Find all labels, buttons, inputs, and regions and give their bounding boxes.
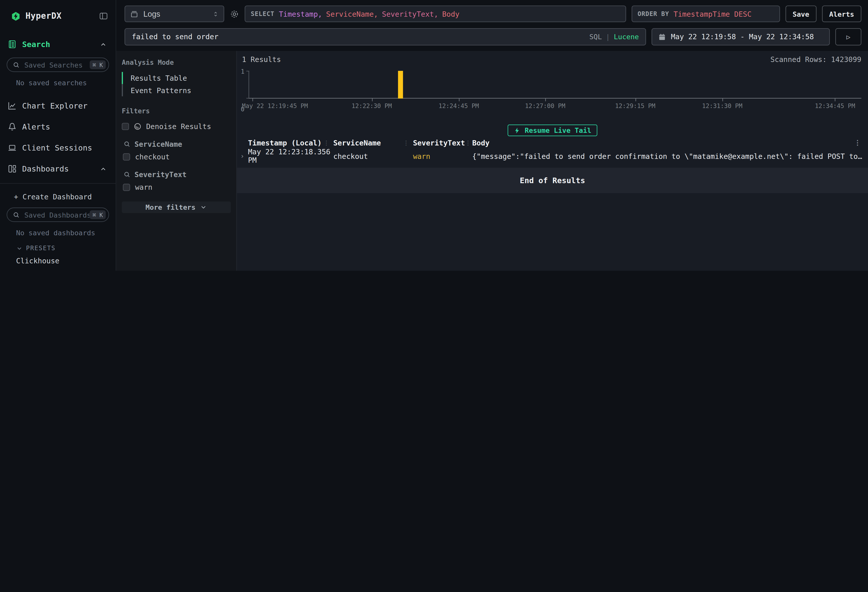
table-source-icon xyxy=(130,10,139,18)
filter-checkbox[interactable] xyxy=(123,184,130,191)
plot-area[interactable] xyxy=(248,71,861,98)
denoise-results-option[interactable]: Denoise Results xyxy=(122,122,231,131)
column-resize-handle[interactable]: ⋮ xyxy=(465,139,471,146)
sidebar-item-client-sessions[interactable]: Client Sessions xyxy=(0,141,116,155)
x-tick-label: 12:24:45 PM xyxy=(438,102,479,109)
saved-searches-field[interactable] xyxy=(24,61,90,69)
preset-services[interactable]: Services xyxy=(0,270,116,271)
saved-dashboards-field[interactable] xyxy=(24,211,90,219)
select-clause-input[interactable]: SELECT Timestamp, ServiceName, SeverityT… xyxy=(245,6,626,22)
preset-clickhouse[interactable]: Clickhouse xyxy=(0,257,116,265)
x-tick xyxy=(252,98,252,101)
filter-value-label: checkout xyxy=(135,153,170,161)
sidebar-item-label: Dashboards xyxy=(22,164,69,173)
filter-panel: Analysis Mode Results Table Event Patter… xyxy=(116,51,237,271)
filter-group-name: ServiceName xyxy=(134,140,182,148)
sidebar-item-alerts[interactable]: Alerts xyxy=(0,120,116,134)
cell-severitytext: warn xyxy=(413,152,472,160)
main-column: Logs SELECT Timestamp, ServiceName, Seve… xyxy=(116,0,868,271)
run-query-button[interactable]: ▷ xyxy=(836,28,861,46)
column-resize-handle[interactable]: ⋮ xyxy=(323,139,329,146)
select-field: Body xyxy=(442,10,459,18)
log-row[interactable]: › May 22 12:23:18.356 PM checkout warn {… xyxy=(237,148,868,158)
sql-toggle[interactable]: SQL xyxy=(589,32,602,41)
search-query-box[interactable]: SQL | Lucene xyxy=(124,28,646,46)
sidebar-item-chart-explorer[interactable]: Chart Explorer xyxy=(0,99,116,112)
x-axis xyxy=(248,98,861,98)
select-keyword: SELECT xyxy=(251,10,275,17)
source-select[interactable]: Logs xyxy=(124,6,224,22)
filter-group-servicename: ServiceName checkout xyxy=(122,140,231,161)
select-updown-icon xyxy=(212,10,219,17)
live-tail-row: Resume Live Tail xyxy=(237,124,868,136)
filter-value-checkout[interactable]: checkout xyxy=(122,153,231,161)
chevron-down-icon xyxy=(16,245,22,251)
search-icon xyxy=(13,211,20,218)
denoise-label: Denoise Results xyxy=(146,122,211,131)
denoise-checkbox[interactable] xyxy=(122,123,129,130)
sidebar-item-label: Alerts xyxy=(22,122,50,131)
source-settings-gear-icon[interactable] xyxy=(230,9,239,18)
expand-row-chevron-icon[interactable]: › xyxy=(237,152,248,160)
lucene-toggle[interactable]: Lucene xyxy=(614,32,639,41)
column-header-timestamp[interactable]: Timestamp (Local) ⋮ xyxy=(248,139,333,147)
search-query-input[interactable] xyxy=(132,32,589,41)
column-header-servicename[interactable]: ServiceName ⋮ xyxy=(333,139,413,147)
x-tick xyxy=(835,98,836,101)
sidebar-collapse-icon[interactable] xyxy=(99,12,108,21)
search-icon xyxy=(124,171,131,178)
active-indicator xyxy=(122,72,123,84)
analysis-mode-list: Results Table Event Patterns xyxy=(122,72,231,96)
saved-dashboards-input[interactable]: ⌘ K xyxy=(7,207,109,222)
results-area: 1 Results Scanned Rows: 1423099 1 0 xyxy=(237,51,868,271)
chevron-up-icon[interactable] xyxy=(100,165,107,172)
scanned-rows: Scanned Rows: 1423099 xyxy=(770,55,861,64)
histogram-bar[interactable] xyxy=(398,71,403,98)
resume-live-tail-button[interactable]: Resume Live Tail xyxy=(507,124,597,136)
alerts-button[interactable]: Alerts xyxy=(822,6,861,22)
x-tick-label: 12:27:00 PM xyxy=(525,102,565,109)
table-header-row: Timestamp (Local) ⋮ ServiceName ⋮ Severi… xyxy=(237,138,868,148)
denoise-icon xyxy=(133,122,142,131)
more-filters-button[interactable]: More filters xyxy=(122,201,231,213)
x-tick-label: 12:34:45 PM xyxy=(815,102,855,109)
search-icon xyxy=(124,141,131,148)
presets-toggle[interactable]: PRESETS xyxy=(0,245,116,252)
x-tick xyxy=(372,98,373,101)
no-saved-searches-text: No saved searches xyxy=(0,79,116,87)
time-range-picker[interactable]: May 22 12:19:58 - May 22 12:34:58 xyxy=(652,28,830,46)
filter-checkbox[interactable] xyxy=(123,153,130,160)
order-by-value: TimestampTime DESC xyxy=(674,10,751,18)
save-button[interactable]: Save xyxy=(785,6,816,22)
cell-timestamp: May 22 12:23:18.356 PM xyxy=(248,148,333,164)
mode-results-table[interactable]: Results Table xyxy=(122,72,231,84)
presets-label: PRESETS xyxy=(26,245,56,252)
no-saved-dashboards-text: No saved dashboards xyxy=(0,229,116,237)
column-header-body[interactable]: Body ⋮ xyxy=(472,139,865,147)
mode-event-patterns[interactable]: Event Patterns xyxy=(122,84,231,96)
results-summary-row: 1 Results Scanned Rows: 1423099 xyxy=(237,55,868,64)
results-table: Timestamp (Local) ⋮ ServiceName ⋮ Severi… xyxy=(237,138,868,158)
create-dashboard-button[interactable]: + Create Dashboard xyxy=(0,192,116,201)
sidebar-item-label: Search xyxy=(22,40,50,49)
order-by-input[interactable]: ORDER BY TimestampTime DESC xyxy=(631,6,780,22)
order-by-keyword: ORDER BY xyxy=(638,10,669,17)
x-tick xyxy=(545,98,546,101)
column-resize-handle[interactable]: ⋮ xyxy=(403,139,409,146)
table-options-kebab-icon[interactable]: ⋮ xyxy=(854,139,861,147)
sidebar-item-dashboards[interactable]: Dashboards xyxy=(0,162,116,176)
filter-value-warn[interactable]: warn xyxy=(122,183,231,192)
saved-searches-input[interactable]: ⌘ K xyxy=(7,58,109,72)
chevron-up-icon[interactable] xyxy=(100,41,107,48)
filter-group-header[interactable]: ServiceName xyxy=(122,140,231,148)
results-histogram[interactable]: 1 0 May 22 12:19:45 PM xyxy=(248,71,861,110)
logo-row: HyperDX xyxy=(0,0,116,21)
filter-group-header[interactable]: SeverityText xyxy=(122,171,231,179)
sidebar-item-search[interactable]: Search xyxy=(0,38,116,51)
filters-heading: Filters xyxy=(122,107,231,115)
results-count: 1 Results xyxy=(242,55,281,64)
source-select-value: Logs xyxy=(143,9,160,18)
shortcut-badge: ⌘ K xyxy=(90,210,106,219)
column-header-severitytext[interactable]: SeverityText ⋮ xyxy=(413,139,472,147)
x-tick xyxy=(722,98,723,101)
